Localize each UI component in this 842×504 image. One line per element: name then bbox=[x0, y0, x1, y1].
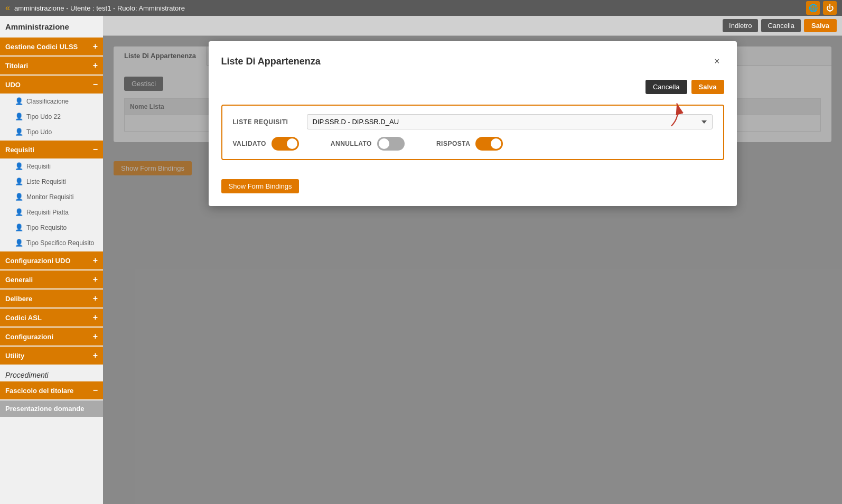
sidebar-section-label-fascicolo: Fascicolo del titolare bbox=[5, 387, 73, 395]
annullato-toggle[interactable] bbox=[377, 137, 405, 151]
user-icon-tipo-udo-22: 👤 bbox=[15, 113, 23, 120]
sidebar-item-label-req: Requisiti bbox=[26, 163, 51, 170]
sidebar-section-icon-titolari: + bbox=[93, 61, 98, 70]
sidebar-section-header-titolari[interactable]: Titolari + bbox=[0, 57, 103, 74]
sidebar-section-gestione-codici: Gestione Codici ULSS + bbox=[0, 38, 103, 55]
modal-show-bindings: Show Form Bindings bbox=[221, 171, 724, 193]
sidebar-section-icon-requisiti: − bbox=[93, 145, 98, 154]
sidebar-section-header-codici-asl[interactable]: Codici ASL + bbox=[0, 309, 103, 326]
back-chevron-icon[interactable]: « bbox=[5, 3, 10, 13]
modal-close-button[interactable]: × bbox=[710, 54, 724, 69]
sidebar-section-label-presentazione: Presentazione domande bbox=[5, 405, 85, 413]
risposta-label: RISPOSTA bbox=[436, 140, 470, 147]
user-icon-req: 👤 bbox=[15, 162, 23, 170]
sidebar-section-udo: UDO − 👤 Classificazione 👤 Tipo Udo 22 👤 … bbox=[0, 76, 103, 139]
sidebar-section-label-configurazioni: Configurazioni bbox=[5, 333, 53, 341]
sidebar-section-label-codici-asl: Codici ASL bbox=[5, 314, 42, 322]
sidebar-item-monitor-requisiti[interactable]: 👤 Monitor Requisiti bbox=[0, 189, 103, 204]
risposta-toggle[interactable] bbox=[475, 137, 503, 151]
sidebar-section-header-requisiti[interactable]: Requisiti − bbox=[0, 141, 103, 158]
sidebar-section-generali: Generali + bbox=[0, 270, 103, 288]
app-title: amministrazione - Utente : test1 - Ruolo… bbox=[14, 4, 185, 12]
sidebar-section-header-utility[interactable]: Utility + bbox=[0, 347, 103, 365]
sidebar-title: Amministrazione bbox=[0, 16, 103, 38]
sidebar-section-label-delibere: Delibere bbox=[5, 295, 32, 303]
liste-requisiti-select[interactable]: DIP.SSR.D - DIP.SSR.D_AU bbox=[307, 114, 713, 129]
sidebar-item-requisiti-piatta[interactable]: 👤 Requisiti Piatta bbox=[0, 204, 103, 220]
sidebar-section-label-titolari: Titolari bbox=[5, 62, 28, 70]
salva-button-top[interactable]: Salva bbox=[804, 19, 837, 32]
sidebar-section-delibere: Delibere + bbox=[0, 290, 103, 307]
sidebar-section-label-utility: Utility bbox=[5, 352, 24, 360]
sidebar-section-header-fascicolo[interactable]: Fascicolo del titolare − bbox=[0, 381, 103, 399]
main-content: Indietro Cancella Salva Liste Di Apparte… bbox=[103, 16, 842, 504]
top-bar-icons: 🌐 ⏻ bbox=[806, 1, 837, 15]
sidebar-item-tipo-requisito[interactable]: 👤 Tipo Requisito bbox=[0, 220, 103, 235]
sidebar-section-label-conf-udo: Configurazioni UDO bbox=[5, 257, 71, 265]
sidebar: Amministrazione Gestione Codici ULSS + T… bbox=[0, 16, 103, 504]
sidebar-section-icon-gestione-codici: + bbox=[93, 42, 98, 51]
sidebar-section-label-udo: UDO bbox=[5, 81, 21, 89]
user-icon-classificazione: 👤 bbox=[15, 97, 23, 105]
sidebar-section-header-configurazioni[interactable]: Configurazioni + bbox=[0, 328, 103, 346]
sidebar-item-tipo-udo[interactable]: 👤 Tipo Udo bbox=[0, 124, 103, 139]
sidebar-item-liste-requisiti[interactable]: 👤 Liste Requisiti bbox=[0, 174, 103, 189]
power-icon[interactable]: ⏻ bbox=[823, 1, 837, 15]
sidebar-item-tipo-udo-22[interactable]: 👤 Tipo Udo 22 bbox=[0, 109, 103, 124]
sidebar-section-icon-delibere: + bbox=[93, 294, 98, 303]
sidebar-item-requisiti[interactable]: 👤 Requisiti bbox=[0, 158, 103, 174]
sidebar-section-header-delibere[interactable]: Delibere + bbox=[0, 290, 103, 307]
validato-toggle[interactable] bbox=[272, 137, 299, 151]
user-icon-tipo-spec-req: 👤 bbox=[15, 239, 23, 247]
modal-overlay: Liste Di Appartenenza × Cancella Salva bbox=[103, 36, 842, 504]
sidebar-item-classificazione[interactable]: 👤 Classificazione bbox=[0, 94, 103, 109]
modal-cancella-button[interactable]: Cancella bbox=[645, 80, 687, 94]
sidebar-section-titolari: Titolari + bbox=[0, 57, 103, 74]
sidebar-item-label-tipo-udo: Tipo Udo bbox=[26, 128, 52, 136]
sidebar-item-label-req-piatta: Requisiti Piatta bbox=[26, 209, 69, 216]
sidebar-section-header-presentazione[interactable]: Presentazione domande bbox=[0, 400, 103, 417]
form-row-liste-requisiti: LISTE REQUISITI DIP.SSR.D - DIP.SSR.D_AU bbox=[233, 114, 713, 129]
sidebar-section-header-gestione-codici[interactable]: Gestione Codici ULSS + bbox=[0, 38, 103, 55]
sidebar-section-label-requisiti: Requisiti bbox=[5, 146, 34, 154]
sidebar-section-icon-configurazioni: + bbox=[93, 332, 98, 341]
sidebar-section-configurazioni: Configurazioni + bbox=[0, 328, 103, 346]
sidebar-section-icon-conf-udo: + bbox=[93, 256, 98, 265]
sidebar-section-label: Gestione Codici ULSS bbox=[5, 43, 78, 51]
sidebar-section-icon-codici-asl: + bbox=[93, 313, 98, 322]
modal-buttons: Cancella Salva bbox=[221, 80, 724, 94]
sidebar-section-header-generali[interactable]: Generali + bbox=[0, 270, 103, 288]
user-icon-monitor-req: 👤 bbox=[15, 193, 23, 201]
sidebar-section-header-conf-udo[interactable]: Configurazioni UDO + bbox=[0, 251, 103, 269]
action-bar: Indietro Cancella Salva bbox=[103, 16, 842, 36]
sidebar-section-header-udo[interactable]: UDO − bbox=[0, 76, 103, 94]
annullato-toggle-knob bbox=[379, 138, 389, 149]
sidebar-item-label-monitor-req: Monitor Requisiti bbox=[26, 193, 73, 201]
risposta-toggle-knob bbox=[491, 138, 501, 149]
sidebar-item-tipo-specifico-requisito[interactable]: 👤 Tipo Specifico Requisito bbox=[0, 235, 103, 250]
indietro-button[interactable]: Indietro bbox=[723, 19, 758, 32]
validato-toggle-knob bbox=[287, 138, 297, 149]
toggle-group-annullato: ANNULLATO bbox=[331, 137, 405, 151]
modal-title: Liste Di Appartenenza bbox=[221, 56, 321, 67]
user-icon-liste-req: 👤 bbox=[15, 178, 23, 185]
modal-form: LISTE REQUISITI DIP.SSR.D - DIP.SSR.D_AU… bbox=[221, 105, 724, 160]
globe-icon[interactable]: 🌐 bbox=[806, 1, 820, 15]
sidebar-section-requisiti: Requisiti − 👤 Requisiti 👤 Liste Requisit… bbox=[0, 141, 103, 250]
sidebar-section-conf-udo: Configurazioni UDO + bbox=[0, 251, 103, 269]
sidebar-section-icon-utility: + bbox=[93, 351, 98, 360]
sidebar-item-label-tipo-req: Tipo Requisito bbox=[26, 224, 67, 231]
user-icon-req-piatta: 👤 bbox=[15, 208, 23, 216]
show-form-bindings-button-modal[interactable]: Show Form Bindings bbox=[221, 179, 300, 193]
cancella-button-top[interactable]: Cancella bbox=[761, 19, 801, 32]
sidebar-section-icon-fascicolo: − bbox=[93, 386, 98, 395]
sidebar-section-utility: Utility + bbox=[0, 347, 103, 365]
sidebar-item-label-tipo-udo-22: Tipo Udo 22 bbox=[26, 113, 61, 120]
sidebar-section-label-generali: Generali bbox=[5, 276, 33, 284]
modal-salva-button[interactable]: Salva bbox=[691, 80, 724, 94]
modal-dialog: Liste Di Appartenenza × Cancella Salva bbox=[209, 41, 737, 206]
procedimenti-title: Procedimenti bbox=[0, 366, 103, 381]
sidebar-section-icon-udo: − bbox=[93, 80, 98, 89]
user-icon-tipo-udo: 👤 bbox=[15, 128, 23, 136]
sidebar-item-label-liste-req: Liste Requisiti bbox=[26, 178, 66, 185]
